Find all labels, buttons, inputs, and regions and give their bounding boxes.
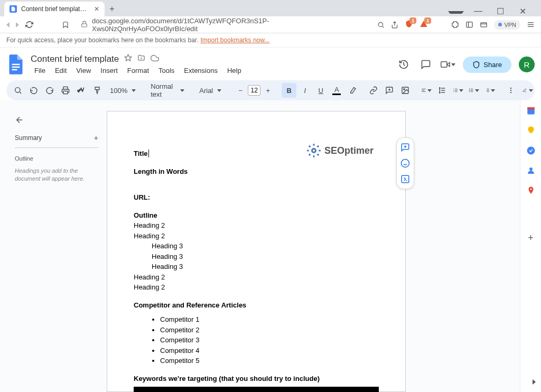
new-tab-button[interactable]: + — [105, 2, 119, 16]
maximize-icon[interactable]: ☐ — [492, 6, 508, 16]
share-page-icon[interactable] — [391, 21, 398, 29]
calendar-app-icon[interactable] — [526, 106, 536, 115]
add-app-icon[interactable]: + — [526, 232, 536, 242]
insert-comment-button[interactable] — [382, 83, 397, 98]
styles-dropdown[interactable]: Normal text — [146, 82, 189, 98]
document-page[interactable]: SEOptimer Title Length in Words URL: Out… — [107, 111, 406, 392]
undo-button[interactable] — [26, 83, 41, 98]
paint-format-button[interactable] — [90, 83, 105, 98]
font-dropdown[interactable]: Arial — [195, 87, 227, 95]
contacts-app-icon[interactable] — [526, 166, 536, 175]
search-menu-button[interactable] — [11, 83, 25, 98]
comments-icon[interactable] — [418, 57, 433, 72]
history-icon[interactable] — [396, 57, 411, 72]
menu-view[interactable]: View — [72, 66, 95, 76]
spellcheck-button[interactable] — [74, 83, 89, 98]
menu-help[interactable]: Help — [223, 66, 245, 76]
close-window-icon[interactable]: ✕ — [515, 6, 530, 16]
share-button[interactable]: Share — [463, 57, 511, 73]
svg-rect-4 — [481, 23, 487, 27]
minimize-icon[interactable]: — — [470, 6, 486, 16]
fontsize-input[interactable] — [248, 85, 260, 96]
sidebar-toggle-icon[interactable] — [465, 21, 473, 29]
find-icon[interactable] — [377, 21, 385, 29]
docs-logo[interactable] — [6, 55, 25, 74]
menu-extensions[interactable]: Extensions — [180, 66, 221, 76]
meet-icon[interactable] — [441, 57, 455, 72]
align-button[interactable] — [419, 83, 434, 98]
zoom-dropdown[interactable]: 100% — [106, 87, 140, 95]
tasks-app-icon[interactable] — [526, 146, 536, 155]
browser-nav-bar: docs.google.com/document/d/1tCAWTyzWFQFO… — [0, 16, 541, 33]
lock-icon — [81, 21, 88, 29]
redo-button[interactable] — [42, 83, 57, 98]
editing-mode-button[interactable] — [520, 83, 535, 98]
maps-app-icon[interactable] — [526, 186, 536, 195]
cloud-status-icon[interactable] — [151, 54, 159, 64]
fontsize-increase-button[interactable]: + — [260, 83, 275, 98]
fontsize-decrease-button[interactable]: − — [233, 83, 248, 98]
outline-label: Outline — [15, 155, 98, 162]
reload-icon[interactable] — [25, 21, 33, 29]
list-item: Competitor 1 — [160, 314, 379, 325]
account-avatar[interactable]: R — [519, 57, 535, 72]
italic-button[interactable]: I — [297, 83, 312, 98]
import-bookmarks-link[interactable]: Import bookmarks now... — [201, 36, 270, 44]
move-icon[interactable] — [137, 54, 145, 64]
numbered-list-button[interactable] — [482, 83, 497, 98]
menu-format[interactable]: Format — [124, 66, 153, 76]
line-spacing-button[interactable] — [435, 83, 450, 98]
menu-file[interactable]: File — [31, 66, 49, 76]
wallet-icon[interactable] — [480, 21, 488, 29]
suggest-edits-icon[interactable] — [398, 172, 413, 186]
window-controls: — ☐ ✕ — [442, 6, 537, 16]
address-bar[interactable]: docs.google.com/document/d/1tCAWTyzWFQFO… — [76, 17, 371, 33]
underline-button[interactable]: U — [313, 83, 328, 98]
checklist-button[interactable] — [451, 83, 465, 98]
menu-icon[interactable] — [527, 21, 535, 29]
star-icon[interactable] — [124, 54, 132, 64]
triangle-badge-icon[interactable]: 1 — [419, 20, 428, 30]
bookmark-icon[interactable] — [62, 21, 69, 29]
shield-badge-icon[interactable]: 1 — [405, 20, 413, 30]
menu-insert[interactable]: Insert — [97, 66, 122, 76]
svg-point-32 — [470, 90, 470, 91]
list-item: Competitor 3 — [160, 335, 379, 346]
browser-tab[interactable]: Content brief template - Google Docs ✕ — [4, 2, 105, 16]
document-title[interactable]: Content brief template — [31, 54, 119, 64]
bulleted-list-button[interactable] — [467, 83, 481, 98]
print-button[interactable] — [58, 83, 73, 98]
horizontal-ruler[interactable] — [107, 100, 520, 108]
side-panel: + — [520, 100, 541, 392]
svg-point-33 — [470, 91, 470, 92]
outline-back-icon[interactable] — [15, 115, 24, 126]
bookmark-hint-bar: For quick access, place your bookmarks h… — [0, 33, 541, 48]
add-comment-icon[interactable] — [398, 140, 413, 155]
vpn-status-dot — [498, 23, 502, 26]
menu-edit[interactable]: Edit — [51, 66, 70, 76]
svg-point-31 — [470, 89, 470, 89]
menu-bar: File Edit View Insert Format Tools Exten… — [31, 66, 391, 76]
close-tab-icon[interactable]: ✕ — [94, 5, 99, 13]
add-reaction-icon[interactable] — [398, 156, 413, 171]
extensions-icon[interactable] — [451, 21, 459, 29]
menu-tools[interactable]: Tools — [155, 66, 178, 76]
more-button[interactable] — [503, 83, 518, 98]
chevron-down-icon[interactable] — [448, 6, 464, 16]
forward-icon[interactable] — [16, 22, 19, 27]
text-color-button[interactable]: A — [329, 83, 344, 98]
floating-comment-controls — [396, 137, 414, 189]
seoptimer-logo: SEOptimer — [306, 143, 374, 158]
keywords-table: Keyword Monthly Search Volume Keyword Di… — [134, 387, 379, 392]
highlight-button[interactable] — [345, 83, 360, 98]
keep-app-icon[interactable] — [526, 126, 536, 135]
collapse-side-panel-icon[interactable] — [533, 377, 536, 387]
insert-image-button[interactable] — [398, 83, 413, 98]
add-summary-icon[interactable]: + — [94, 134, 98, 142]
vpn-button[interactable]: VPN — [494, 20, 520, 30]
list-item: Competitor 5 — [160, 356, 379, 366]
back-icon[interactable] — [6, 22, 10, 27]
svg-point-41 — [312, 149, 315, 153]
insert-link-button[interactable] — [366, 83, 381, 98]
bold-button[interactable]: B — [282, 83, 296, 98]
